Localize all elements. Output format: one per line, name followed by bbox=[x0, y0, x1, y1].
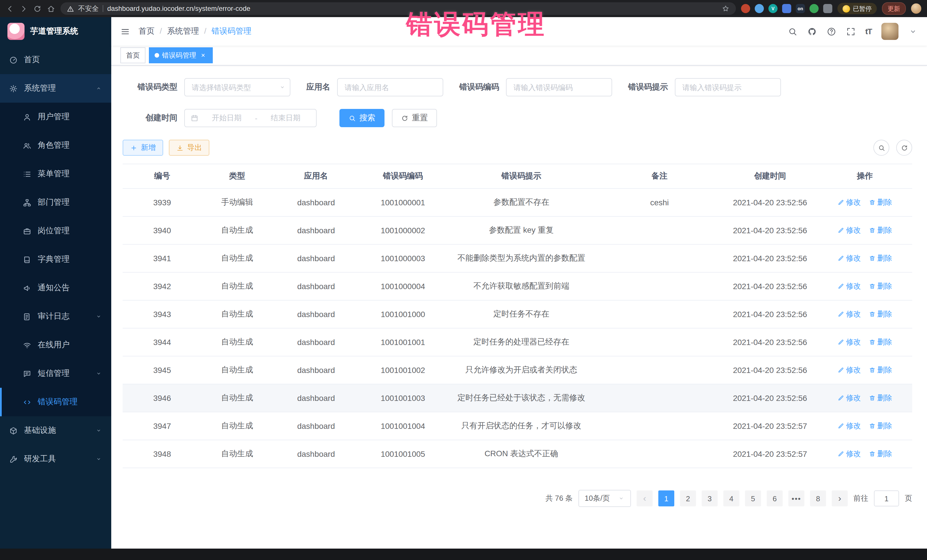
extension-puzzle-icon[interactable] bbox=[823, 4, 832, 13]
github-icon[interactable] bbox=[807, 27, 817, 36]
goto-page-input[interactable] bbox=[874, 490, 899, 506]
user-avatar[interactable] bbox=[881, 23, 898, 40]
delete-link[interactable]: 删除 bbox=[869, 253, 892, 264]
sidebar-menu-item[interactable]: 首页 bbox=[0, 46, 111, 74]
page-button[interactable]: 8 bbox=[810, 490, 826, 506]
next-page-button[interactable]: › bbox=[832, 490, 848, 506]
search-icon[interactable] bbox=[788, 27, 798, 36]
font-size-icon[interactable]: tT bbox=[865, 27, 872, 36]
page-button[interactable]: ••• bbox=[789, 490, 804, 506]
edit-link[interactable]: 修改 bbox=[837, 197, 861, 208]
fullscreen-icon[interactable] bbox=[846, 27, 856, 36]
edit-link[interactable]: 修改 bbox=[837, 309, 861, 319]
sidebar-menu-item[interactable]: 基础设施 bbox=[0, 416, 111, 445]
sidebar-menu-item[interactable]: 短信管理 bbox=[0, 359, 111, 388]
filter-input[interactable] bbox=[675, 78, 781, 96]
sidebar-menu-item[interactable]: 角色管理 bbox=[0, 131, 111, 160]
sidebar-menu-item[interactable]: 系统管理 bbox=[0, 74, 111, 103]
reset-button[interactable]: 重置 bbox=[392, 109, 437, 127]
delete-link[interactable]: 删除 bbox=[869, 449, 892, 459]
table-row[interactable]: 3939 手动编辑 dashboard 1001000001 参数配置不存在 c… bbox=[123, 188, 912, 216]
sidebar-menu-item[interactable]: 审计日志 bbox=[0, 302, 111, 331]
table-row[interactable]: 3940 自动生成 dashboard 1001000002 参数配置 key … bbox=[123, 216, 912, 244]
sidebar-menu-item[interactable]: 通知公告 bbox=[0, 274, 111, 302]
table-row[interactable]: 3946 自动生成 dashboard 1001001003 定时任务已经处于该… bbox=[123, 384, 912, 412]
view-tab[interactable]: 错误码管理 × bbox=[149, 47, 213, 63]
view-tab[interactable]: 首页 × bbox=[120, 47, 146, 63]
page-button[interactable]: 4 bbox=[723, 490, 739, 506]
add-button[interactable]: 新增 bbox=[123, 140, 163, 156]
refresh-table-button[interactable] bbox=[896, 140, 912, 156]
edit-link[interactable]: 修改 bbox=[837, 365, 861, 375]
page-button[interactable]: 1 bbox=[658, 490, 674, 506]
filter-input[interactable] bbox=[184, 78, 290, 96]
extension-icon-teal-v[interactable]: V bbox=[768, 4, 778, 13]
delete-link[interactable]: 删除 bbox=[869, 393, 892, 403]
filter-input[interactable] bbox=[337, 78, 443, 96]
sidebar-menu-item[interactable]: 字典管理 bbox=[0, 245, 111, 274]
edit-link[interactable]: 修改 bbox=[837, 393, 861, 403]
cell-id: 3942 bbox=[123, 272, 202, 300]
extension-icon-lightblue[interactable] bbox=[755, 4, 764, 13]
table-row[interactable]: 3944 自动生成 dashboard 1001001001 定时任务的处理器已… bbox=[123, 328, 912, 356]
sidebar-menu-item[interactable]: 部门管理 bbox=[0, 188, 111, 217]
toggle-search-button[interactable] bbox=[873, 140, 889, 156]
edit-link[interactable]: 修改 bbox=[837, 449, 861, 459]
filter-input[interactable] bbox=[506, 78, 612, 96]
search-button[interactable]: 搜索 bbox=[339, 109, 384, 127]
breadcrumb-item[interactable]: 错误码管理 bbox=[212, 26, 252, 36]
table-row[interactable]: 3943 自动生成 dashboard 1001001000 定时任务不存在 2… bbox=[123, 300, 912, 328]
sidebar-menu-item[interactable]: 错误码管理 bbox=[0, 388, 111, 416]
edit-link[interactable]: 修改 bbox=[837, 421, 861, 431]
page-size-select[interactable]: 10条/页 bbox=[579, 490, 631, 507]
table-row[interactable]: 3947 自动生成 dashboard 1001001004 只有开启状态的任务… bbox=[123, 412, 912, 440]
sidebar-menu-item[interactable]: 岗位管理 bbox=[0, 217, 111, 245]
delete-link[interactable]: 删除 bbox=[869, 337, 892, 347]
paused-badge[interactable]: 已暂停 bbox=[837, 3, 877, 14]
delete-link[interactable]: 删除 bbox=[869, 365, 892, 375]
delete-link[interactable]: 删除 bbox=[869, 421, 892, 431]
table-row[interactable]: 3942 自动生成 dashboard 1001000004 不允许获取敏感配置… bbox=[123, 272, 912, 300]
forward-icon[interactable] bbox=[20, 4, 28, 13]
delete-link[interactable]: 删除 bbox=[869, 281, 892, 291]
address-bar[interactable]: 不安全 dashboard.yudao.iocoder.cn/system/er… bbox=[61, 2, 736, 15]
extension-icon-indigo[interactable] bbox=[782, 4, 791, 13]
sidebar-menu-item[interactable]: 在线用户 bbox=[0, 331, 111, 359]
page-button[interactable]: 2 bbox=[680, 490, 696, 506]
edit-link[interactable]: 修改 bbox=[837, 281, 861, 291]
caret-down-icon[interactable] bbox=[908, 27, 918, 36]
logo-row[interactable]: 芋道管理系统 bbox=[0, 17, 111, 46]
extension-icon-green[interactable] bbox=[810, 4, 819, 13]
table-row[interactable]: 3941 自动生成 dashboard 1001000003 不能删除类型为系统… bbox=[123, 244, 912, 272]
delete-link[interactable]: 删除 bbox=[869, 197, 892, 208]
hamburger-icon[interactable] bbox=[120, 27, 130, 36]
extension-icon-on[interactable]: on bbox=[796, 4, 805, 13]
breadcrumb-item[interactable]: 系统管理 bbox=[167, 26, 212, 36]
home-icon[interactable] bbox=[47, 4, 55, 13]
update-button[interactable]: 更新 bbox=[882, 2, 906, 15]
breadcrumb-item[interactable]: 首页 bbox=[138, 26, 167, 36]
prev-page-button[interactable]: ‹ bbox=[637, 490, 653, 506]
extension-icon-red[interactable] bbox=[741, 4, 750, 13]
sidebar-menu-item[interactable]: 用户管理 bbox=[0, 103, 111, 131]
browser-profile-avatar[interactable] bbox=[911, 3, 921, 14]
help-icon[interactable] bbox=[827, 27, 836, 36]
page-button[interactable]: 3 bbox=[702, 490, 718, 506]
export-button[interactable]: 导出 bbox=[169, 140, 209, 156]
sidebar-menu-item[interactable]: 菜单管理 bbox=[0, 160, 111, 188]
edit-link[interactable]: 修改 bbox=[837, 253, 861, 264]
sidebar-menu-item[interactable]: 研发工具 bbox=[0, 445, 111, 473]
close-icon[interactable]: × bbox=[199, 51, 207, 59]
page-button[interactable]: 6 bbox=[767, 490, 783, 506]
edit-link[interactable]: 修改 bbox=[837, 225, 861, 235]
back-icon[interactable] bbox=[6, 4, 14, 13]
delete-link[interactable]: 删除 bbox=[869, 225, 892, 235]
delete-link[interactable]: 删除 bbox=[869, 309, 892, 319]
edit-link[interactable]: 修改 bbox=[837, 337, 861, 347]
date-range-picker[interactable]: 开始日期 - 结束日期 bbox=[184, 109, 317, 127]
table-row[interactable]: 3945 自动生成 dashboard 1001001002 只允许修改为开启或… bbox=[123, 356, 912, 384]
reload-icon[interactable] bbox=[33, 4, 42, 13]
bookmark-star-icon[interactable] bbox=[722, 5, 729, 12]
page-button[interactable]: 5 bbox=[745, 490, 761, 506]
table-row[interactable]: 3948 自动生成 dashboard 1001001005 CRON 表达式不… bbox=[123, 440, 912, 468]
